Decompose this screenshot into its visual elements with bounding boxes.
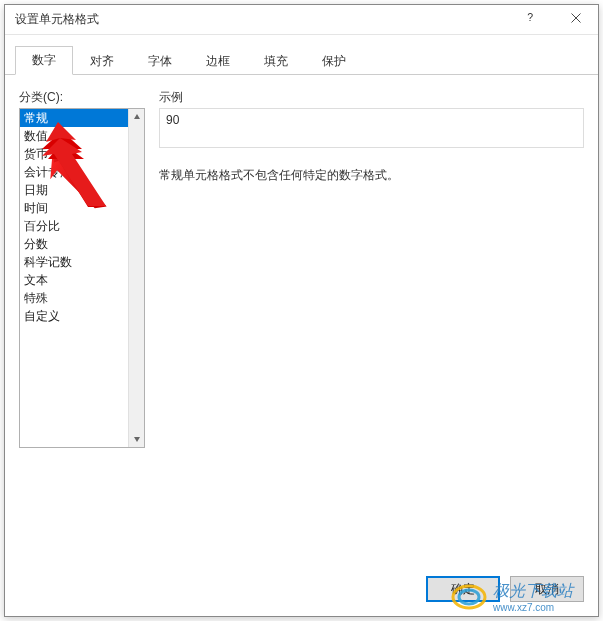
dialog-title: 设置单元格格式 (15, 11, 99, 28)
category-label: 分类(C): (19, 89, 145, 106)
cancel-button[interactable]: 取消 (510, 576, 584, 602)
tab-3[interactable]: 边框 (189, 47, 247, 75)
tabs: 数字对齐字体边框填充保护 (5, 35, 598, 75)
dialog-buttons: 确定 取消 (5, 564, 598, 616)
scroll-up-arrow-icon[interactable] (129, 109, 145, 125)
tab-4[interactable]: 填充 (247, 47, 305, 75)
category-item[interactable]: 数值 (20, 127, 128, 145)
scroll-down-arrow-icon[interactable] (129, 431, 145, 447)
close-button[interactable] (553, 5, 598, 34)
scrollbar[interactable] (128, 109, 144, 447)
svg-marker-3 (134, 114, 140, 119)
tab-1[interactable]: 对齐 (73, 47, 131, 75)
category-item[interactable]: 时间 (20, 199, 128, 217)
category-list-items: 常规数值货币会计专用日期时间百分比分数科学记数文本特殊自定义 (20, 109, 144, 325)
close-icon (570, 12, 582, 27)
format-description: 常规单元格格式不包含任何特定的数字格式。 (159, 166, 584, 185)
category-item[interactable]: 会计专用 (20, 163, 128, 181)
category-item[interactable]: 自定义 (20, 307, 128, 325)
content-row: 分类(C): 常规数值货币会计专用日期时间百分比分数科学记数文本特殊自定义 示例 (19, 89, 584, 448)
titlebar: 设置单元格格式 ? (5, 5, 598, 35)
sample-box: 90 (159, 108, 584, 148)
category-item[interactable]: 常规 (20, 109, 128, 127)
category-item[interactable]: 货币 (20, 145, 128, 163)
category-listbox[interactable]: 常规数值货币会计专用日期时间百分比分数科学记数文本特殊自定义 (19, 108, 145, 448)
category-item[interactable]: 文本 (20, 271, 128, 289)
tab-0[interactable]: 数字 (15, 46, 73, 75)
sample-value: 90 (166, 113, 179, 127)
content-area: 分类(C): 常规数值货币会计专用日期时间百分比分数科学记数文本特殊自定义 示例 (5, 75, 598, 564)
ok-button[interactable]: 确定 (426, 576, 500, 602)
titlebar-controls: ? (508, 5, 598, 34)
category-item[interactable]: 特殊 (20, 289, 128, 307)
svg-text:?: ? (527, 12, 533, 23)
category-item[interactable]: 日期 (20, 181, 128, 199)
sample-label: 示例 (159, 89, 584, 106)
svg-marker-4 (134, 437, 140, 442)
category-item[interactable]: 百分比 (20, 217, 128, 235)
detail-column: 示例 90 常规单元格格式不包含任何特定的数字格式。 (159, 89, 584, 448)
category-item[interactable]: 分数 (20, 235, 128, 253)
format-cells-dialog: 设置单元格格式 ? 数字对齐字体边框填充保护 分类(C): 常规数值货币会计专用… (4, 4, 599, 617)
category-item[interactable]: 科学记数 (20, 253, 128, 271)
category-column: 分类(C): 常规数值货币会计专用日期时间百分比分数科学记数文本特殊自定义 (19, 89, 145, 448)
tab-5[interactable]: 保护 (305, 47, 363, 75)
help-button[interactable]: ? (508, 5, 553, 34)
help-icon: ? (525, 12, 537, 27)
tab-2[interactable]: 字体 (131, 47, 189, 75)
